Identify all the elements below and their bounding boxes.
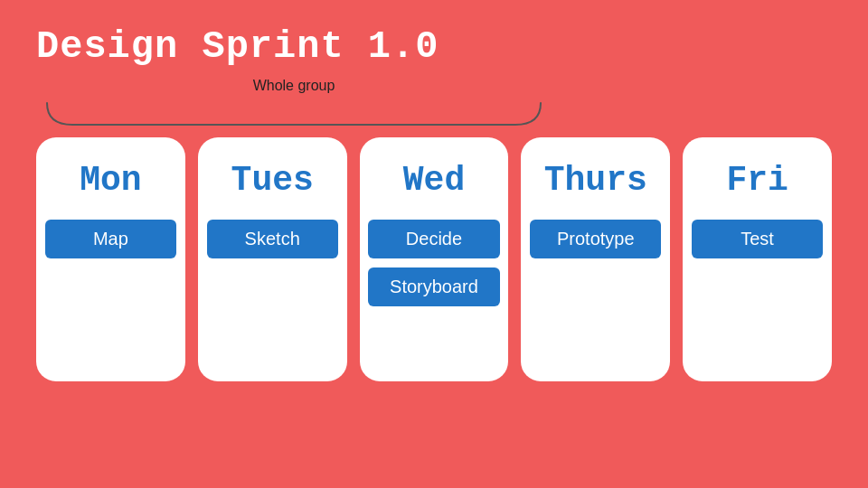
day-card-mon: MonMap (36, 137, 185, 381)
activity-badge-map: Map (45, 220, 176, 258)
activity-badge-prototype: Prototype (530, 220, 661, 258)
day-card-fri: FriTest (683, 137, 832, 381)
day-name-thurs: Thurs (544, 161, 647, 200)
days-row: MonMapTuesSketchWedDecideStoryboardThurs… (0, 137, 868, 381)
page-title: Design Sprint 1.0 (0, 0, 868, 78)
day-card-wed: WedDecideStoryboard (360, 137, 509, 381)
whole-group-label: Whole group (253, 78, 335, 94)
day-card-tues: TuesSketch (198, 137, 347, 381)
day-name-mon: Mon (80, 161, 141, 200)
day-name-fri: Fri (726, 161, 788, 200)
whole-group-section: Whole group (36, 78, 552, 130)
whole-group-brace (36, 98, 552, 130)
day-name-tues: Tues (231, 161, 314, 200)
day-card-thurs: ThursPrototype (521, 137, 670, 381)
activity-badge-test: Test (692, 220, 823, 258)
day-name-wed: Wed (403, 161, 465, 200)
activity-badge-sketch: Sketch (207, 220, 338, 258)
activity-badge-decide: Decide (368, 220, 499, 258)
activity-badge-storyboard: Storyboard (368, 267, 499, 306)
